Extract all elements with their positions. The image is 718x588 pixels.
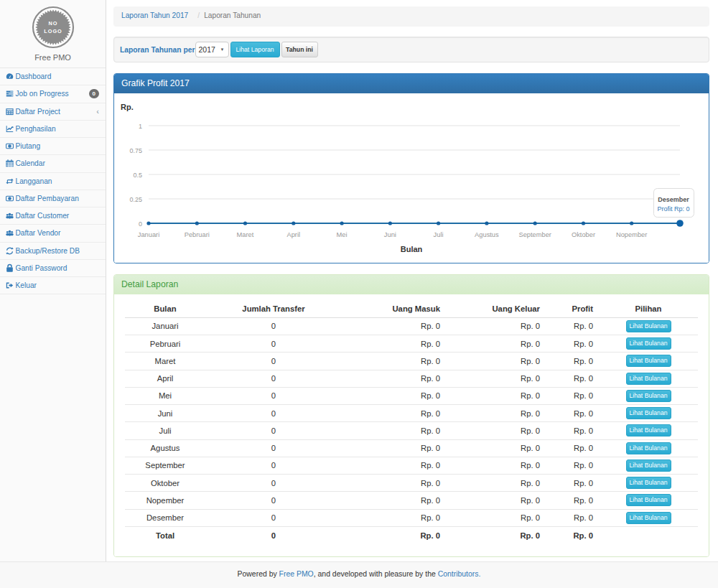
svg-text:Rp.: Rp. (121, 103, 134, 111)
svg-text:Agustus: Agustus (475, 231, 499, 238)
svg-text:0.5: 0.5 (133, 172, 142, 179)
svg-text:September: September (518, 231, 551, 238)
svg-text:0.25: 0.25 (129, 196, 142, 203)
svg-text:Nopember: Nopember (616, 231, 647, 238)
svg-text:Mei: Mei (337, 231, 348, 238)
svg-text:April: April (286, 231, 300, 238)
svg-text:0: 0 (139, 220, 142, 228)
svg-text:NO: NO (48, 20, 57, 27)
svg-text:Maret: Maret (237, 231, 254, 238)
svg-text:Januari: Januari (138, 231, 160, 238)
svg-text:LOGO: LOGO (44, 28, 62, 34)
svg-text:0.75: 0.75 (129, 147, 142, 154)
svg-text:Profit Rp: 0: Profit Rp: 0 (657, 205, 689, 213)
svg-text:Pebruari: Pebruari (185, 231, 210, 238)
svg-text:Oktober: Oktober (572, 231, 595, 238)
svg-text:Bulan: Bulan (401, 245, 423, 253)
svg-text:Juli: Juli (434, 231, 444, 238)
svg-text:1: 1 (139, 123, 142, 130)
svg-text:Desember: Desember (658, 196, 689, 203)
svg-text:Juni: Juni (384, 231, 396, 238)
